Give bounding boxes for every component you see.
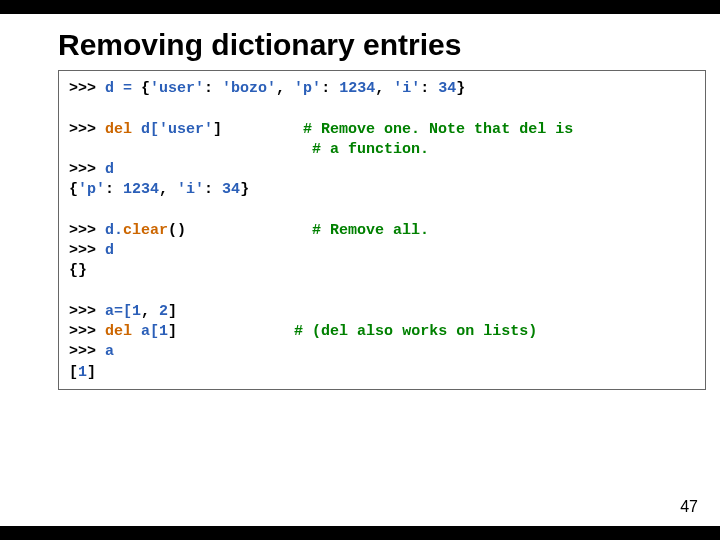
number: 1: [132, 303, 141, 320]
number: 34: [438, 80, 456, 97]
code-text: d =: [105, 80, 141, 97]
comment: # (del also works on lists): [294, 323, 537, 340]
number: 1234: [339, 80, 375, 97]
output: {}: [69, 262, 87, 279]
pad: [177, 323, 294, 340]
prompt: >>>: [69, 303, 105, 320]
prompt: >>>: [69, 343, 105, 360]
bracket: [: [69, 364, 78, 381]
keyword: clear: [123, 222, 168, 239]
number: 1234: [123, 181, 159, 198]
string: 'user': [150, 80, 204, 97]
punct: :: [420, 80, 438, 97]
number: 2: [159, 303, 168, 320]
punct: ,: [276, 80, 294, 97]
prompt: >>>: [69, 161, 105, 178]
code-text: a=[: [105, 303, 132, 320]
string: 'i': [393, 80, 420, 97]
comment: # Remove all.: [312, 222, 429, 239]
slide-title: Removing dictionary entries: [58, 28, 720, 62]
prompt: >>>: [69, 222, 105, 239]
code-text: d: [105, 242, 114, 259]
string: 'p': [78, 181, 105, 198]
slide: Removing dictionary entries >>> d = {'us…: [0, 14, 720, 526]
prompt: >>>: [69, 121, 105, 138]
comment: # Remove one. Note that del is: [303, 121, 573, 138]
punct: :: [105, 181, 123, 198]
brace: {: [69, 181, 78, 198]
bracket: ]: [168, 303, 177, 320]
punct: :: [204, 80, 222, 97]
code-text: a: [105, 343, 114, 360]
string: 'bozo': [222, 80, 276, 97]
punct: :: [204, 181, 222, 198]
code-text: d[: [141, 121, 159, 138]
brace: {: [141, 80, 150, 97]
prompt: >>>: [69, 323, 105, 340]
brace: }: [456, 80, 465, 97]
page-number: 47: [680, 498, 698, 516]
string: 'user': [159, 121, 213, 138]
punct: ,: [159, 181, 177, 198]
parens: (): [168, 222, 186, 239]
number: 1: [159, 323, 168, 340]
code-text: a[: [141, 323, 159, 340]
pad: [222, 121, 303, 138]
code-text: d.: [105, 222, 123, 239]
prompt: >>>: [69, 242, 105, 259]
bracket: ]: [168, 323, 177, 340]
number: 1: [78, 364, 87, 381]
pad: [69, 141, 312, 158]
punct: ,: [141, 303, 159, 320]
punct: :: [321, 80, 339, 97]
keyword: del: [105, 121, 141, 138]
pad: [186, 222, 312, 239]
brace: }: [240, 181, 249, 198]
code-block: >>> d = {'user': 'bozo', 'p': 1234, 'i':…: [58, 70, 706, 390]
string: 'i': [177, 181, 204, 198]
keyword: del: [105, 323, 141, 340]
prompt: >>>: [69, 80, 105, 97]
comment: # a function.: [312, 141, 429, 158]
bracket: ]: [213, 121, 222, 138]
bracket: ]: [87, 364, 96, 381]
string: 'p': [294, 80, 321, 97]
number: 34: [222, 181, 240, 198]
punct: ,: [375, 80, 393, 97]
code-text: d: [105, 161, 114, 178]
